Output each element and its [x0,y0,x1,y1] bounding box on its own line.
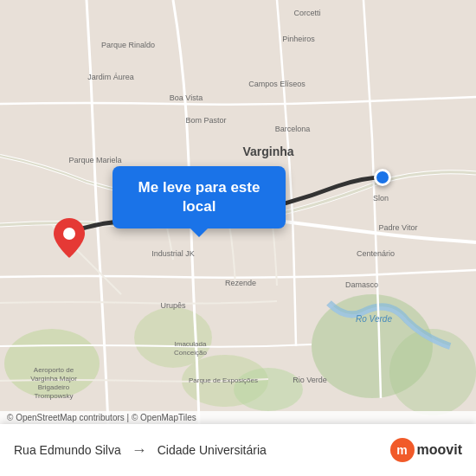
svg-text:Padre Vitor: Padre Vitor [379,223,418,232]
svg-point-2 [134,307,212,368]
svg-text:Rio Verde: Rio Verde [293,376,327,384]
bottom-navigation-bar: Rua Edmundo Silva → Cidade Universitária… [0,424,476,476]
svg-text:Boa Vista: Boa Vista [170,93,203,102]
navigate-tooltip[interactable]: Me leve para este local [113,166,286,228]
arrow-icon: → [132,441,147,460]
svg-text:Rezende: Rezende [225,279,256,287]
current-location-dot [374,169,391,186]
svg-point-34 [63,228,75,240]
svg-text:Varginha: Varginha [242,145,293,158]
svg-text:Campos Elíseos: Campos Elíseos [248,80,306,88]
map-container: Corcetti Pinheiros Parque Rinaldo Jardim… [0,0,476,424]
svg-text:Ro Verde: Ro Verde [356,314,392,324]
svg-text:Slon: Slon [373,194,389,203]
svg-text:Parque Rinaldo: Parque Rinaldo [101,41,155,49]
svg-text:Jardim Áurea: Jardim Áurea [87,73,134,81]
svg-text:Pinheiros: Pinheiros [282,35,315,43]
svg-text:Urupês: Urupês [160,301,186,310]
svg-text:Centenário: Centenário [357,249,395,258]
svg-text:Parque Mariela: Parque Mariela [68,156,121,164]
svg-point-6 [234,368,303,411]
origin-label: Rua Edmundo Silva [14,443,121,457]
svg-text:Aeroporto de: Aeroporto de [34,366,74,374]
moovit-logo: m moovit [390,438,462,462]
destination-label: Cidade Universitária [158,443,267,457]
svg-text:Brigadeiro: Brigadeiro [38,383,70,391]
svg-text:Barcelona: Barcelona [275,125,311,133]
svg-text:Imaculada: Imaculada [175,340,207,348]
svg-text:Parque de Exposições: Parque de Exposições [189,376,258,384]
svg-text:Conceição: Conceição [174,349,207,357]
location-pin [54,218,85,261]
svg-text:Bom Pastor: Bom Pastor [185,116,226,125]
moovit-logo-icon: m [390,438,415,462]
svg-text:Trompowsky: Trompowsky [34,392,73,400]
svg-text:Damasco: Damasco [345,280,378,289]
svg-text:Varginha Major: Varginha Major [30,375,77,383]
svg-text:Industrial JK: Industrial JK [151,249,195,258]
moovit-logo-text: moovit [417,442,462,458]
map-attribution: © OpenStreetMap contributors | © OpenMap… [0,411,476,424]
svg-text:Corcetti: Corcetti [293,9,320,17]
